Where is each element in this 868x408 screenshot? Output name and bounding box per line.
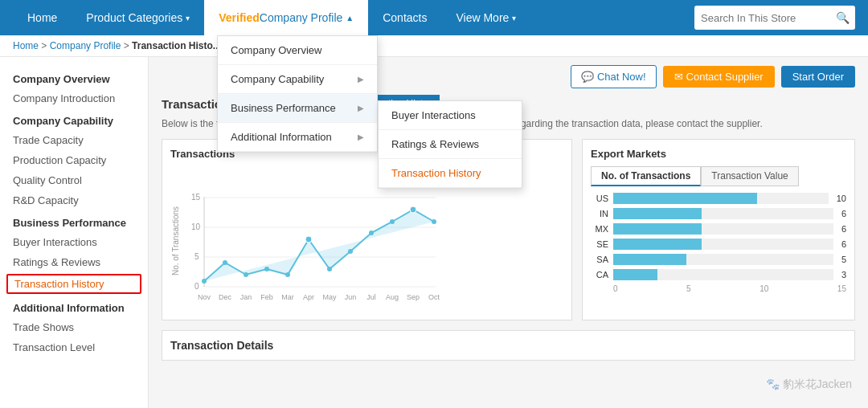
svg-text:15: 15 <box>191 193 201 202</box>
dropdown-additional-info[interactable]: Additional Information ▶ <box>218 123 377 152</box>
svg-point-21 <box>432 219 436 224</box>
sidebar-section-company-overview: Company Overview <box>0 67 148 88</box>
nav-company-arrow: ▲ <box>346 14 354 22</box>
dropdown-additional-arrow: ▶ <box>358 133 364 141</box>
nav-verified-badge: Verified <box>219 11 260 24</box>
svg-point-14 <box>285 272 290 277</box>
dropdown-company-overview[interactable]: Company Overview <box>218 36 377 65</box>
nav-contacts-label: Contacts <box>383 11 427 24</box>
svg-text:Oct: Oct <box>428 293 440 301</box>
svg-text:Sep: Sep <box>407 293 420 301</box>
dropdown-capability-label: Company Capability <box>231 73 324 85</box>
sidebar-section-business-performance: Business Performance <box>0 210 148 232</box>
bar-in: IN 6 <box>591 208 846 219</box>
breadcrumb-home[interactable]: Home <box>13 40 39 51</box>
svg-text:Apr: Apr <box>303 293 314 301</box>
chat-label: Chat Now! <box>597 71 646 83</box>
dropdown-item-label: Company Overview <box>231 44 321 56</box>
svg-text:Jun: Jun <box>345 293 357 301</box>
svg-point-12 <box>244 272 248 277</box>
sidebar-item-transaction-history[interactable]: Transaction History <box>6 274 141 294</box>
svg-text:May: May <box>322 293 337 301</box>
nav-product-label: Product Categories <box>86 11 182 24</box>
breadcrumb-current: Transaction Histo... <box>132 40 221 51</box>
submenu-transaction-history[interactable]: Transaction History <box>379 159 522 188</box>
nav-product-arrow: ▾ <box>186 14 190 22</box>
contact-supplier-button[interactable]: ✉ Contact Supplier <box>663 66 775 88</box>
svg-text:Aug: Aug <box>386 293 399 301</box>
svg-point-18 <box>369 231 374 235</box>
bar-mx: MX 6 <box>591 223 846 235</box>
nav-product-categories[interactable]: Product Categories ▾ <box>72 0 204 35</box>
submenu-buyer-interactions[interactable]: Buyer Interactions <box>379 101 522 130</box>
svg-point-15 <box>305 236 312 243</box>
bar-axis: 0 5 10 15 <box>591 284 846 293</box>
svg-point-13 <box>264 267 269 271</box>
svg-point-16 <box>327 267 332 271</box>
dropdown-business-performance[interactable]: Business Performance ▶ <box>218 94 377 123</box>
svg-text:10: 10 <box>191 222 201 231</box>
breadcrumb-company-profile[interactable]: Company Profile <box>50 40 121 51</box>
svg-point-10 <box>202 279 207 284</box>
dropdown-performance-arrow: ▶ <box>358 104 364 112</box>
nav-company-profile[interactable]: Verified Company Profile ▲ <box>204 0 368 35</box>
nav-home-label: Home <box>27 11 57 24</box>
submenu-ratings-reviews[interactable]: Ratings & Reviews <box>379 130 522 159</box>
transaction-details-title: Transaction Details <box>170 339 846 352</box>
sidebar-item-trade-shows[interactable]: Trade Shows <box>0 317 148 337</box>
svg-text:Mar: Mar <box>281 293 294 301</box>
search-icon[interactable]: 🔍 <box>836 11 850 24</box>
dropdown-performance-label: Business Performance <box>231 102 336 114</box>
start-order-button[interactable]: Start Order <box>781 66 855 88</box>
nav-home[interactable]: Home <box>13 0 72 35</box>
search-box[interactable]: 🔍 <box>694 6 855 30</box>
svg-text:Nov: Nov <box>198 293 211 301</box>
sidebar-item-buyer-interactions[interactable]: Buyer Interactions <box>0 232 148 252</box>
transaction-details-box: Transaction Details <box>162 330 855 361</box>
export-markets-title: Export Markets <box>591 148 846 160</box>
bar-ca: CA 3 <box>591 269 846 280</box>
business-performance-submenu: Buyer Interactions Ratings & Reviews Tra… <box>378 100 522 189</box>
export-markets-box: Export Markets No. of Transactions Trans… <box>582 139 855 320</box>
dropdown-additional-label: Additional Information <box>231 131 332 143</box>
bar-sa: SA 5 <box>591 254 846 265</box>
tab-no-transactions[interactable]: No. of Transactions <box>591 166 701 186</box>
sidebar-item-production-capacity[interactable]: Production Capacity <box>0 150 148 170</box>
nav-view-more-label: View More <box>456 11 509 24</box>
submenu-ratings-label: Ratings & Reviews <box>391 138 479 150</box>
svg-text:No. of Transactions: No. of Transactions <box>171 206 180 275</box>
nav-view-more[interactable]: View More ▾ <box>441 0 530 35</box>
sidebar-item-trade-capacity[interactable]: Trade Capacity <box>0 130 148 150</box>
nav-more-arrow: ▾ <box>512 14 516 22</box>
search-input[interactable] <box>701 12 836 24</box>
sidebar-item-company-introduction[interactable]: Company Introduction <box>0 88 148 108</box>
sidebar-section-additional-info: Additional Information <box>0 296 148 317</box>
svg-text:0: 0 <box>194 282 199 291</box>
nav-contacts[interactable]: Contacts <box>368 0 441 35</box>
bar-se: SE 6 <box>591 239 846 250</box>
sidebar-item-rd-capacity[interactable]: R&D Capacity <box>0 190 148 210</box>
top-navigation: Home Product Categories ▾ Verified Compa… <box>0 0 868 35</box>
dropdown-company-capability[interactable]: Company Capability ▶ <box>218 65 377 94</box>
company-profile-dropdown: Company Overview Company Capability ▶ Bu… <box>217 35 378 153</box>
sidebar-item-quality-control[interactable]: Quality Control <box>0 170 148 190</box>
svg-point-17 <box>348 249 353 254</box>
chat-now-button[interactable]: 💬 Chat Now! <box>571 65 657 88</box>
svg-text:Dec: Dec <box>219 293 232 301</box>
nav-company-label: Company Profile <box>260 11 343 24</box>
bar-us: US 10 <box>591 193 846 204</box>
sidebar-item-ratings-reviews[interactable]: Ratings & Reviews <box>0 252 148 272</box>
tab-transaction-value[interactable]: Transaction Value <box>701 166 798 186</box>
dropdown-capability-arrow: ▶ <box>358 75 364 84</box>
breadcrumb: Home > Company Profile > Transaction His… <box>0 35 868 57</box>
submenu-transaction-label: Transaction History <box>391 167 481 179</box>
sidebar-item-transaction-level[interactable]: Transaction Level <box>0 337 148 357</box>
submenu-buyer-label: Buyer Interactions <box>391 109 476 121</box>
export-tabs: No. of Transactions Transaction Value <box>591 166 846 186</box>
svg-point-20 <box>410 206 416 213</box>
chat-icon: 💬 <box>581 71 594 83</box>
svg-point-11 <box>223 260 227 265</box>
mail-icon: ✉ <box>674 71 683 83</box>
svg-text:5: 5 <box>194 252 199 261</box>
sidebar: Company Overview Company Introduction Co… <box>0 57 149 408</box>
